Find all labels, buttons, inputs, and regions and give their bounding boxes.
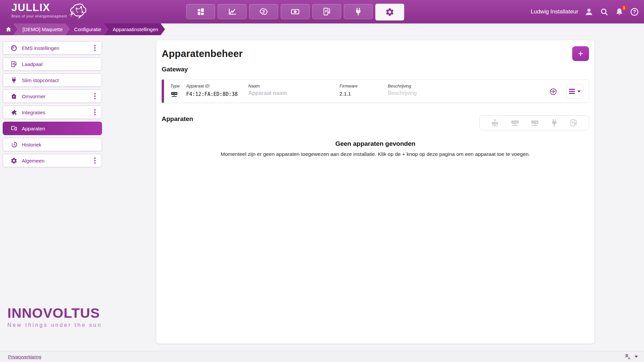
- top-header: JULLIX Brain of your energymanagment: [0, 0, 644, 23]
- sidebar-item-algemeen[interactable]: Algemeen: [3, 154, 102, 167]
- chevron-down-icon: [635, 356, 638, 358]
- gauge-icon: [10, 45, 17, 52]
- nav-charger-button[interactable]: [312, 4, 341, 19]
- breadcrumb-installation[interactable]: [DEMO] Maquette: [13, 23, 69, 35]
- gateway-col-firmware: Firmware 2.1.1: [339, 83, 358, 97]
- gateway-heading: Gateway: [162, 66, 589, 73]
- logo-tagline: Brain of your energymanagment: [11, 14, 67, 18]
- sidebar-item-integraties[interactable]: Integraties: [3, 106, 102, 119]
- column-label-description: Beschrijving: [388, 83, 515, 88]
- gateway-accent-bar: [162, 79, 164, 103]
- gateway-name-input[interactable]: [248, 90, 332, 96]
- jullix-logo[interactable]: JULLIX Brain of your energymanagment: [11, 2, 89, 19]
- kebab-menu-icon[interactable]: [92, 156, 98, 165]
- charger-icon: [322, 7, 331, 16]
- sidebar-item-laadpaal[interactable]: Laadpaal: [3, 57, 102, 71]
- nav-charts-button[interactable]: [218, 4, 247, 19]
- kebab-menu-icon[interactable]: [92, 44, 98, 52]
- sidebar-item-slim-stopcontact[interactable]: Slim stopcontact: [3, 73, 102, 87]
- gear-icon: [385, 7, 394, 17]
- sidebar-item-label: Apparaten: [22, 126, 45, 131]
- inverter-icon: [10, 93, 17, 100]
- column-label-name: Naam: [248, 83, 332, 88]
- column-label-device-id: Apparaat ID: [186, 83, 238, 88]
- gear-icon: [10, 157, 17, 164]
- column-label-type: Type: [170, 83, 180, 88]
- help-icon[interactable]: ?: [630, 7, 639, 16]
- gateway-wifi-icon[interactable]: [490, 118, 499, 127]
- svg-text:?: ?: [633, 9, 636, 14]
- nav-finance-button[interactable]: [281, 4, 310, 19]
- column-label-firmware: Firmware: [339, 83, 358, 88]
- device-type-filter-group: [479, 115, 589, 130]
- user-area: Ludwig Installateur 1: [531, 0, 639, 23]
- devices-section-header: Apparaten: [162, 115, 589, 131]
- modem-icon[interactable]: [511, 118, 520, 127]
- privacy-link[interactable]: Privacyverklaring: [8, 354, 41, 359]
- footer-bar: Privacyverklaring A: [0, 351, 644, 362]
- add-device-button[interactable]: +: [572, 46, 589, 61]
- sidebar-item-omvormer[interactable]: Omvormer: [3, 89, 102, 103]
- home-icon: [5, 26, 12, 33]
- breadcrumb: [DEMO] Maquette Configuratie Apparaatins…: [0, 23, 165, 35]
- plug-icon[interactable]: [550, 119, 558, 127]
- notifications-button[interactable]: 1: [615, 7, 624, 16]
- modem-icon[interactable]: [530, 118, 539, 127]
- hamburger-icon: [569, 89, 575, 94]
- sidebar-item-historiek[interactable]: Historiek: [3, 138, 102, 151]
- chevron-down-icon: [577, 90, 581, 93]
- modem-icon: [170, 90, 180, 98]
- brain-icon: [259, 7, 268, 16]
- plug-icon: [10, 77, 17, 84]
- sidebar-item-apparaten[interactable]: Apparaten: [3, 122, 102, 135]
- person-icon[interactable]: [584, 7, 594, 16]
- gateway-description-input[interactable]: [388, 90, 515, 96]
- puzzle-icon: [10, 109, 17, 116]
- svg-text:A: A: [628, 356, 630, 360]
- gateway-col-name: Naam: [248, 83, 332, 96]
- empty-state-title: Geen apparaten gevonden: [162, 140, 589, 147]
- charger-icon[interactable]: [570, 119, 578, 127]
- gateway-col-device-id: Apparaat ID F4:12:FA:ED:8D:38: [186, 83, 238, 97]
- gateway-device-id: F4:12:FA:ED:8D:38: [186, 91, 238, 97]
- dashboard-icon: [196, 7, 205, 16]
- sidebar-item-label: Slim stopcontact: [22, 77, 59, 83]
- breadcrumb-configuratie[interactable]: Configuratie: [65, 23, 108, 35]
- nav-ems-button[interactable]: [249, 4, 278, 19]
- sidebar-item-label: Integraties: [22, 110, 45, 115]
- language-selector[interactable]: A: [625, 353, 638, 360]
- sidebar-item-label: Algemeen: [22, 158, 45, 164]
- move-icon[interactable]: [549, 88, 557, 96]
- sidebar-item-ems-instellingen[interactable]: EMS instellingen: [3, 41, 102, 55]
- kebab-menu-icon[interactable]: [92, 92, 98, 101]
- history-icon: [10, 141, 17, 148]
- brand-tagline: New things under the sun: [7, 322, 102, 328]
- innovoltus-logo: INNOVOLTUS New things under the sun: [7, 306, 102, 328]
- devices-icon: [10, 125, 17, 132]
- gateway-menu-dropdown[interactable]: [566, 84, 583, 99]
- brand-name: INNOVOLTUS: [7, 306, 102, 320]
- empty-state: Geen apparaten gevonden Momenteel zijn e…: [162, 140, 589, 157]
- search-icon[interactable]: [600, 7, 609, 16]
- breadcrumb-apparaatinstellingen[interactable]: Apparaatinstellingen: [104, 23, 165, 35]
- nav-dashboard-button[interactable]: [186, 4, 215, 19]
- main-nav: [186, 4, 404, 20]
- nav-plug-button[interactable]: [344, 4, 373, 19]
- gateway-col-type: Type: [170, 83, 180, 98]
- translate-icon: A: [625, 353, 631, 360]
- gateway-col-description: Beschrijving: [388, 83, 515, 96]
- plug-icon: [354, 7, 363, 16]
- sidebar-item-label: Historiek: [22, 142, 41, 147]
- chart-icon: [228, 7, 237, 16]
- kebab-menu-icon[interactable]: [92, 108, 98, 117]
- sidebar: EMS instellingen Laadpaal Slim stopconta…: [3, 41, 102, 170]
- money-icon: [290, 7, 300, 16]
- charger-icon: [10, 61, 17, 68]
- page-title: Apparatenbeheer: [162, 48, 589, 59]
- gateway-row: Type Apparaat ID F4:12:FA:ED:8D:38 Naam …: [162, 79, 589, 103]
- nav-settings-button[interactable]: [375, 4, 404, 20]
- sidebar-item-label: EMS instellingen: [22, 45, 59, 51]
- logo-title: JULLIX: [11, 2, 67, 14]
- empty-state-message: Momenteel zijn er geen apparaten toegewe…: [162, 151, 589, 157]
- sidebar-item-label: Laadpaal: [22, 61, 43, 67]
